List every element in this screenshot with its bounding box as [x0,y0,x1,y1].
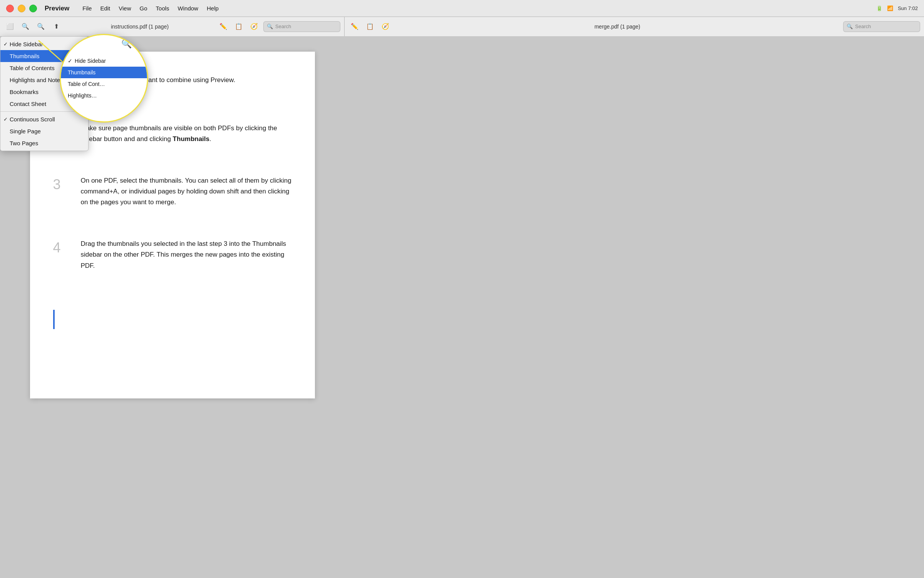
right-copy-button[interactable]: 📋 [364,20,376,33]
magnifier-zoom-icon: 🔍 [121,39,132,49]
right-annotate-button[interactable]: ✏️ [348,20,361,33]
search-box-left[interactable]: 🔍 Search [263,21,340,32]
right-nav-button[interactable]: 🧭 [379,20,392,33]
pdf-viewer-right [345,36,924,578]
step-3-number: 3 [53,176,69,193]
dropdown-two-pages[interactable]: Two Pages [0,137,88,149]
menu-go[interactable]: Go [136,3,151,13]
step-3-text: On one PDF, select the thumbnails. You c… [81,175,292,208]
nav-button[interactable]: 🧭 [248,20,260,33]
magnifier-menu: ✓ Hide Sidebar Thumbnails Table of Cont…… [61,51,147,105]
step-4-text: Drag the thumbnails you selected in the … [81,239,292,271]
step-4-row: 4 Drag the thumbnails you selected in th… [53,239,292,271]
copy-button[interactable]: 📋 [233,20,245,33]
sidebar-toggle-button[interactable]: ⬜ [4,20,16,33]
time-display: Sun 7:02 [898,5,918,11]
mag-table-of-contents: Table of Cont… [61,78,147,90]
window-left-toolbar: ⬜ 🔍 🔍 ⬆ instructions.pdf (1 page) ✏️ 📋 🧭… [0,17,345,36]
battery-icon: 🔋 [876,5,882,11]
app-name: Preview [45,5,69,12]
search-icon-left: 🔍 [267,24,273,29]
step-2-row: 2 Make sure page thumbnails are visible … [53,123,292,144]
cursor-indicator [53,302,292,331]
step-4-number: 4 [53,239,69,256]
menubar-items: File Edit View Go Tools Window Help [79,3,223,13]
menu-file[interactable]: File [79,3,95,13]
search-box-right[interactable]: 🔍 Search [843,21,920,32]
mag-highlights: Highlights… [61,90,147,101]
dropdown-single-page[interactable]: Single Page [0,125,88,137]
close-button[interactable] [6,5,14,12]
share-button[interactable]: ⬆ [50,20,62,33]
maximize-button[interactable] [29,5,37,12]
menubar: Preview File Edit View Go Tools Window H… [0,0,924,17]
zoom-in-button[interactable]: 🔍 [35,20,47,33]
menu-tools[interactable]: Tools [152,3,173,13]
menu-window[interactable]: Window [174,3,202,13]
left-window-title: instructions.pdf (1 page) [65,24,214,30]
magnifier-content: 🔍 ✓ Hide Sidebar Thumbnails Table of Con… [61,35,147,121]
search-placeholder-right: Search [855,24,871,29]
mag-thumbnails: Thumbnails [61,67,147,78]
titlebar: ⬜ 🔍 🔍 ⬆ instructions.pdf (1 page) ✏️ 📋 🧭… [0,17,924,36]
menu-edit[interactable]: Edit [96,3,114,13]
mag-hide-sidebar: ✓ Hide Sidebar [61,55,147,67]
menu-view[interactable]: View [115,3,135,13]
annotate-button[interactable]: ✏️ [217,20,229,33]
right-window-title: merge.pdf (1 page) [395,24,840,30]
mag-check-icon: ✓ [68,58,72,64]
window-right-toolbar: ✏️ 📋 🧭 merge.pdf (1 page) 🔍 Search [345,17,924,36]
magnifier-circle: 🔍 ✓ Hide Sidebar Thumbnails Table of Con… [60,34,148,123]
zoom-out-button[interactable]: 🔍 [19,20,32,33]
menubar-right: 🔋 📶 Sun 7:02 [876,5,918,11]
wifi-icon: 📶 [887,5,893,11]
traffic-lights [6,5,37,12]
step-2-text: Make sure page thumbnails are visible on… [81,123,292,144]
minimize-button[interactable] [18,5,25,12]
step-3-row: 3 On one PDF, select the thumbnails. You… [53,175,292,208]
search-icon-right: 🔍 [847,24,853,29]
search-placeholder-left: Search [275,24,291,29]
menu-help[interactable]: Help [203,3,223,13]
